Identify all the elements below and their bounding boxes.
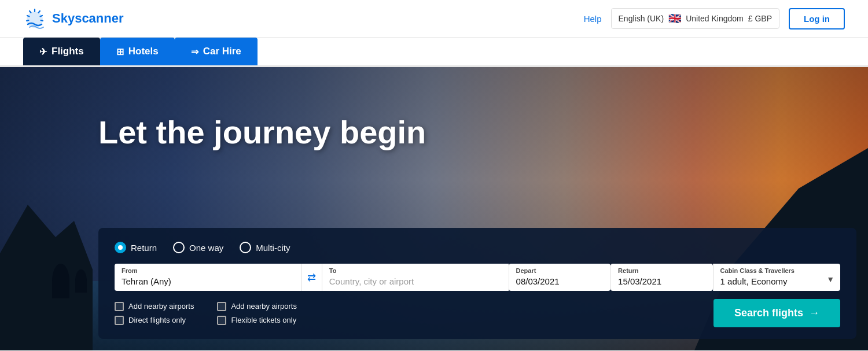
swap-button[interactable]: ⇄	[301, 264, 322, 291]
to-input[interactable]	[322, 274, 509, 291]
person2-silhouette	[75, 269, 87, 293]
nearby-from-box	[115, 302, 124, 311]
tab-flights[interactable]: ✈ Flights	[23, 38, 100, 65]
return-input[interactable]	[611, 274, 713, 291]
svg-line-5	[27, 16, 30, 17]
nearby-to-box	[217, 302, 226, 311]
depart-label: Depart	[509, 264, 611, 274]
login-button[interactable]: Log in	[789, 8, 845, 29]
logo-text: Skyscanner	[52, 11, 124, 26]
radio-oneway-label: One way	[189, 243, 223, 253]
cabin-select[interactable]: 1 adult, Economy 1 adult, Business 2 adu…	[713, 274, 840, 291]
search-flights-button[interactable]: Search flights →	[713, 299, 840, 327]
from-input[interactable]	[115, 274, 301, 291]
nearby-from-label: Add nearby airports	[128, 302, 194, 311]
radio-multicity[interactable]: Multi-city	[240, 242, 290, 253]
carhire-icon: ⇒	[191, 46, 198, 57]
checkboxes-row: Add nearby airports Direct flights only …	[115, 299, 840, 327]
tab-carhire[interactable]: ⇒ Car Hire	[175, 38, 258, 65]
hero-title: Let the journey begin	[98, 113, 426, 151]
to-label: To	[322, 264, 509, 274]
locale-currency: £ GBP	[748, 14, 772, 23]
depart-input[interactable]	[509, 274, 611, 291]
direct-flights-box	[115, 316, 124, 325]
nearby-from-checkbox[interactable]: Add nearby airports	[115, 302, 194, 311]
radio-return-circle	[115, 242, 126, 253]
cabin-field-group: Cabin Class & Travellers 1 adult, Econom…	[713, 264, 840, 291]
nearby-to-label: Add nearby airports	[231, 302, 296, 311]
header-right: Help English (UK) 🇬🇧 United Kingdom £ GB…	[584, 8, 845, 29]
cabin-label: Cabin Class & Travellers	[713, 264, 840, 274]
trip-type-row: Return One way Multi-city	[115, 242, 840, 253]
flexible-tickets-label: Flexible tickets only	[231, 316, 296, 324]
nearby-to-checkbox[interactable]: Add nearby airports	[217, 302, 296, 311]
from-field-group: From	[115, 264, 301, 291]
logo[interactable]: Skyscanner	[23, 7, 124, 30]
hotels-icon: ⊞	[116, 46, 124, 57]
fields-row: From ⇄ To Depart Return Cabin Class & Tr…	[115, 264, 840, 291]
locale-selector[interactable]: English (UK) 🇬🇧 United Kingdom £ GBP	[611, 8, 779, 29]
header-left: Skyscanner	[23, 7, 124, 30]
svg-line-4	[30, 11, 31, 13]
radio-multicity-circle	[240, 242, 251, 253]
flights-icon: ✈	[39, 46, 47, 57]
depart-field-group: Depart	[509, 264, 611, 291]
search-arrow-icon: →	[809, 307, 819, 319]
search-panel: Return One way Multi-city From ⇄ To	[98, 228, 856, 339]
swap-icon: ⇄	[307, 271, 316, 284]
svg-line-7	[41, 20, 43, 21]
person1-silhouette	[52, 264, 69, 298]
tab-flights-label: Flights	[52, 46, 84, 57]
svg-line-3	[41, 16, 43, 17]
to-field-group: To	[322, 264, 509, 291]
radio-return[interactable]: Return	[115, 242, 157, 253]
from-label: From	[115, 264, 301, 274]
radio-multicity-label: Multi-city	[256, 243, 290, 253]
search-flights-label: Search flights	[734, 307, 803, 319]
flexible-tickets-box	[217, 316, 226, 325]
svg-line-2	[39, 11, 41, 13]
direct-flights-checkbox[interactable]: Direct flights only	[115, 316, 194, 325]
radio-oneway-circle	[173, 242, 185, 253]
locale-lang: English (UK)	[619, 14, 664, 23]
flag-icon: 🇬🇧	[668, 12, 681, 25]
tab-hotels-label: Hotels	[128, 46, 159, 57]
direct-flights-label: Direct flights only	[128, 316, 186, 324]
flexible-tickets-checkbox[interactable]: Flexible tickets only	[217, 316, 296, 325]
help-link[interactable]: Help	[584, 14, 602, 24]
svg-line-6	[27, 20, 29, 21]
tab-hotels[interactable]: ⊞ Hotels	[100, 38, 175, 65]
radio-return-label: Return	[131, 243, 157, 253]
header: Skyscanner Help English (UK) 🇬🇧 United K…	[0, 0, 868, 38]
hero-section: Let the journey begin Return One way Mul…	[0, 67, 868, 350]
return-label: Return	[611, 264, 713, 274]
right-checkboxes: Add nearby airports Flexible tickets onl…	[217, 302, 296, 325]
tab-carhire-label: Car Hire	[203, 46, 241, 57]
return-field-group: Return	[610, 264, 713, 291]
radio-oneway[interactable]: One way	[173, 242, 223, 253]
left-checkboxes: Add nearby airports Direct flights only	[115, 302, 194, 325]
locale-country: United Kingdom	[686, 14, 744, 23]
nav-tabs: ✈ Flights ⊞ Hotels ⇒ Car Hire	[0, 38, 868, 67]
